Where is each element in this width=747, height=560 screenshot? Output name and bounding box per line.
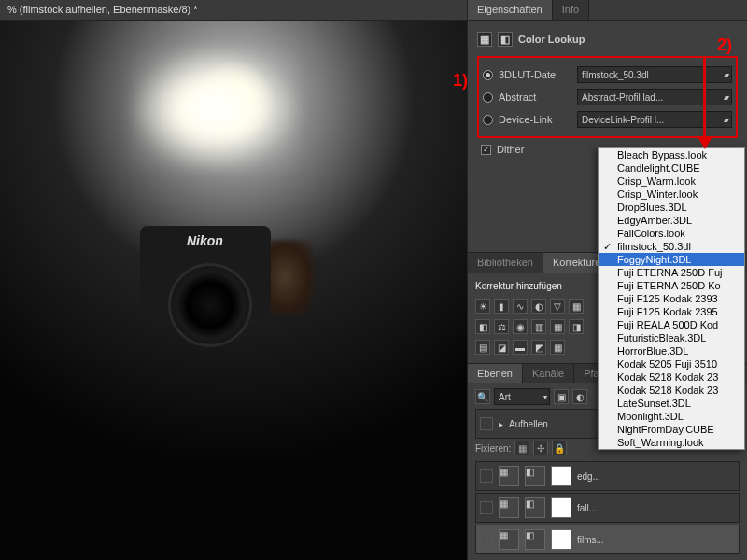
camera-brand: Nikon bbox=[187, 233, 223, 248]
flash-highlight bbox=[131, 49, 299, 170]
label-3dlut: 3DLUT-Datei bbox=[499, 69, 571, 80]
lut-option[interactable]: Fuji F125 Kodak 2393 bbox=[599, 292, 744, 305]
layer-name: fall... bbox=[577, 503, 597, 513]
checkbox-dither[interactable]: ✓ bbox=[481, 145, 491, 155]
curves-icon[interactable]: ∿ bbox=[513, 299, 528, 314]
lut-option[interactable]: Kodak 5218 Kodak 23 bbox=[599, 384, 744, 397]
blend-mode-dropdown[interactable]: Art ▾ bbox=[494, 388, 550, 405]
lut-option[interactable]: FoggyNight.3DL bbox=[599, 253, 744, 266]
layer-name: Aufhellen bbox=[509, 419, 548, 429]
lut-option[interactable]: Soft_Warming.look bbox=[599, 436, 744, 449]
visibility-icon[interactable] bbox=[480, 533, 493, 546]
filter-icon[interactable]: ▣ bbox=[554, 389, 569, 404]
photo-filter-icon[interactable]: ◉ bbox=[513, 319, 528, 334]
visibility-icon[interactable] bbox=[480, 501, 493, 514]
document-title: % (filmstock aufhellen, Ebenenmaske/8) * bbox=[7, 4, 198, 15]
layer-name: edg... bbox=[577, 471, 600, 482]
adj-thumb[interactable]: ◧ bbox=[525, 466, 545, 486]
layer-name: films... bbox=[577, 535, 604, 545]
lut-option[interactable]: Moonlight.3DL bbox=[599, 410, 744, 423]
layer-thumb[interactable]: ▦ bbox=[499, 466, 519, 486]
chevron-updown-icon: ▴▾ bbox=[724, 93, 727, 102]
tab-libraries[interactable]: Bibliotheken bbox=[468, 253, 543, 273]
lut-option[interactable]: Fuji F125 Kodak 2395 bbox=[599, 305, 744, 318]
lut-option[interactable]: filmstock_50.3dl bbox=[599, 240, 744, 253]
lut-dropdown-list[interactable]: Bleach Bypass.lookCandlelight.CUBECrisp_… bbox=[598, 147, 745, 450]
tab-channels[interactable]: Kanäle bbox=[523, 364, 574, 383]
lut-option[interactable]: Fuji REALA 500D Kod bbox=[599, 318, 744, 331]
levels-icon[interactable]: ▮ bbox=[494, 299, 509, 314]
label-devicelink: Device-Link bbox=[499, 114, 571, 125]
dropdown-3dlut[interactable]: filmstock_50.3dl ▴▾ bbox=[577, 66, 732, 83]
gradient-icon[interactable]: ▬ bbox=[513, 340, 528, 355]
visibility-icon[interactable] bbox=[480, 417, 493, 430]
lock-pixels-icon[interactable]: ▦ bbox=[514, 441, 529, 455]
label-abstract: Abstract bbox=[499, 91, 571, 103]
chevron-updown-icon: ▴▾ bbox=[724, 71, 727, 79]
lut-option[interactable]: HorrorBlue.3DL bbox=[599, 344, 744, 357]
lock-label: Fixieren: bbox=[475, 443, 511, 454]
annotation-2: 2) bbox=[717, 35, 732, 55]
layer-row[interactable]: ▦ ◧ fall... bbox=[475, 493, 740, 523]
label-dither: Dither bbox=[497, 144, 524, 155]
tab-properties[interactable]: Eigenschaften bbox=[468, 0, 553, 20]
lut-option[interactable]: Crisp_Warm.look bbox=[599, 175, 744, 188]
lut-option[interactable]: NightFromDay.CUBE bbox=[599, 423, 744, 436]
adj-thumb[interactable]: ◧ bbox=[525, 529, 545, 550]
chevron-down-icon: ▾ bbox=[543, 393, 545, 401]
posterize-icon[interactable]: ▤ bbox=[475, 340, 490, 355]
lut-option[interactable]: Crisp_Winter.look bbox=[599, 188, 744, 201]
balance-icon[interactable]: ⚖ bbox=[494, 319, 509, 334]
mask-icon: ◧ bbox=[498, 32, 513, 47]
section-title: Color Lookup bbox=[518, 34, 585, 45]
lookup-icon[interactable]: ▦ bbox=[550, 319, 565, 334]
dropdown-abstract[interactable]: Abstract-Profil lad... ▴▾ bbox=[577, 89, 732, 105]
threshold-icon[interactable]: ◪ bbox=[494, 340, 509, 355]
lut-options-area: 1) 2) 3DLUT-Datei filmstock_50.3dl ▴▾ Ab… bbox=[477, 56, 738, 138]
lut-option[interactable]: FallColors.look bbox=[599, 227, 744, 240]
more-icon[interactable]: ▦ bbox=[550, 340, 565, 355]
lut-option[interactable]: Candlelight.CUBE bbox=[599, 161, 744, 175]
layer-thumb[interactable]: ▦ bbox=[499, 529, 519, 550]
invert-icon[interactable]: ◨ bbox=[569, 319, 584, 334]
lut-option[interactable]: Kodak 5205 Fuji 3510 bbox=[599, 357, 744, 371]
vibrance-icon[interactable]: ▽ bbox=[550, 299, 565, 314]
search-icon[interactable]: 🔍 bbox=[475, 389, 490, 404]
radio-devicelink[interactable] bbox=[483, 115, 493, 125]
filter2-icon[interactable]: ◐ bbox=[572, 389, 587, 404]
bw-icon[interactable]: ◧ bbox=[475, 319, 490, 334]
layer-row[interactable]: ▦ ◧ films... bbox=[475, 525, 740, 554]
lut-option[interactable]: Fuji ETERNA 250D Ko bbox=[599, 279, 744, 292]
lut-option[interactable]: EdgyAmber.3DL bbox=[599, 214, 744, 227]
brightness-icon[interactable]: ☀ bbox=[475, 299, 490, 314]
tab-layers[interactable]: Ebenen bbox=[468, 364, 523, 383]
lut-option[interactable]: Fuji ETERNA 250D Fuj bbox=[599, 266, 744, 279]
mixer-icon[interactable]: ▥ bbox=[531, 319, 546, 334]
exposure-icon[interactable]: ◐ bbox=[531, 299, 546, 314]
camera-lens bbox=[168, 263, 252, 347]
lock-all-icon[interactable]: 🔒 bbox=[552, 441, 567, 455]
layer-mask[interactable] bbox=[551, 529, 571, 550]
chevron-updown-icon: ▴▾ bbox=[724, 116, 727, 124]
selective-icon[interactable]: ◩ bbox=[531, 340, 546, 355]
lock-position-icon[interactable]: ✢ bbox=[533, 441, 548, 455]
layer-mask[interactable] bbox=[551, 466, 571, 486]
visibility-icon[interactable] bbox=[480, 469, 493, 483]
layer-mask[interactable] bbox=[551, 497, 571, 518]
lut-option[interactable]: LateSunset.3DL bbox=[599, 397, 744, 410]
lut-option[interactable]: DropBlues.3DL bbox=[599, 201, 744, 214]
hue-icon[interactable]: ▦ bbox=[569, 299, 584, 314]
document-tab[interactable]: % (filmstock aufhellen, Ebenenmaske/8) * bbox=[0, 0, 467, 21]
dropdown-devicelink[interactable]: DeviceLink-Profil l... ▴▾ bbox=[577, 111, 732, 128]
layer-thumb[interactable]: ▦ bbox=[499, 497, 519, 518]
lut-option[interactable]: FuturisticBleak.3DL bbox=[599, 331, 744, 344]
lut-option[interactable]: Bleach Bypass.look bbox=[599, 148, 744, 161]
adj-thumb[interactable]: ◧ bbox=[525, 497, 545, 518]
radio-3dlut[interactable] bbox=[483, 70, 493, 80]
grid-icon: ▦ bbox=[477, 32, 492, 47]
canvas[interactable]: Nikon bbox=[0, 21, 467, 560]
radio-abstract[interactable] bbox=[483, 92, 493, 103]
layer-row[interactable]: ▦ ◧ edg... bbox=[475, 461, 740, 491]
lut-option[interactable]: Kodak 5218 Kodak 23 bbox=[599, 371, 744, 384]
tab-info[interactable]: Info bbox=[553, 0, 589, 20]
